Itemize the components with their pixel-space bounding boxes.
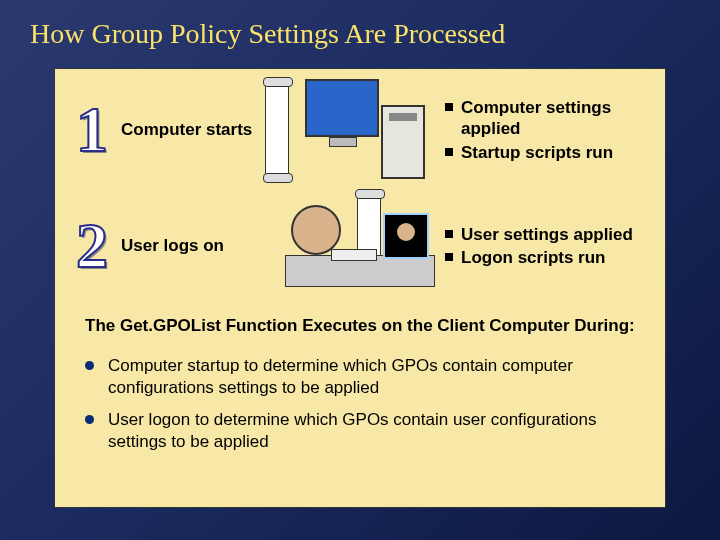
square-bullet-icon <box>445 230 453 238</box>
computer-clipart <box>261 75 441 185</box>
point-text: Logon scripts run <box>461 247 606 268</box>
avatar-icon <box>383 213 429 259</box>
keyboard-icon <box>331 249 377 261</box>
tower-icon <box>381 105 425 179</box>
step-number: 1 <box>63 98 121 162</box>
list-item: Computer startup to determine which GPOs… <box>85 355 635 399</box>
step-points: User settings applied Logon scripts run <box>441 222 657 271</box>
square-bullet-icon <box>445 148 453 156</box>
square-bullet-icon <box>445 103 453 111</box>
slide-title: How Group Policy Settings Are Processed <box>0 0 720 50</box>
step-row: 2 User logs on User settings applied Log… <box>55 185 665 301</box>
content-panel: 1 Computer starts Computer settings appl… <box>54 68 666 508</box>
user-clipart <box>261 191 441 301</box>
list-item: User logon to determine which GPOs conta… <box>85 409 635 453</box>
square-bullet-icon <box>445 253 453 261</box>
detail-text: User logon to determine which GPOs conta… <box>108 409 635 453</box>
step-number: 2 <box>63 214 121 278</box>
point-text: User settings applied <box>461 224 633 245</box>
scroll-icon <box>265 81 289 179</box>
step-label: Computer starts <box>121 120 261 140</box>
step-row: 1 Computer starts Computer settings appl… <box>55 69 665 185</box>
point-text: Computer settings applied <box>461 97 657 140</box>
monitor-icon <box>305 79 379 137</box>
step-points: Computer settings applied Startup script… <box>441 95 657 165</box>
detail-text: Computer startup to determine which GPOs… <box>108 355 635 399</box>
round-bullet-icon <box>85 415 94 424</box>
details-list: Computer startup to determine which GPOs… <box>55 343 665 453</box>
step-label: User logs on <box>121 236 261 256</box>
round-bullet-icon <box>85 361 94 370</box>
sub-heading: The Get.GPOList Function Executes on the… <box>55 301 665 343</box>
point-text: Startup scripts run <box>461 142 613 163</box>
person-icon <box>291 205 341 255</box>
